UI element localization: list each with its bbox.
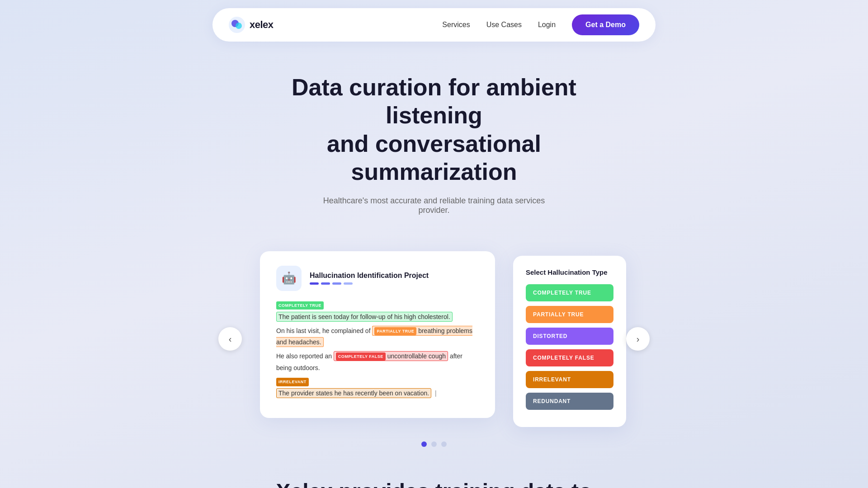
sentence-row-2: On his last visit, he complained of PART… <box>276 325 479 348</box>
sentence-pre-3: He also reported an <box>276 352 334 360</box>
hallucination-option-distorted[interactable]: DISTORTED <box>526 328 613 345</box>
nav-use-cases[interactable]: Use Cases <box>486 21 522 29</box>
nav-services[interactable]: Services <box>442 21 470 29</box>
navbar: xelex Services Use Cases Login Get a Dem… <box>0 0 868 42</box>
hero-section: Data curation for ambient listening and … <box>0 42 868 233</box>
card-tab-1 <box>310 282 319 285</box>
carousel-dots <box>0 441 868 447</box>
get-demo-button[interactable]: Get a Demo <box>572 14 639 35</box>
badge-pt-2: PARTIALLY TRUE <box>374 327 416 335</box>
hallucination-option-irrelevant[interactable]: IRRELEVANT <box>526 371 613 388</box>
sentence-pre-2: On his last visit, he complained of <box>276 327 372 334</box>
carousel-dot-3[interactable] <box>441 441 447 447</box>
sentence-text-1: The patient is seen today for follow-up … <box>276 312 453 322</box>
sentence-row-4: IRRELEVANT The provider states he has re… <box>276 376 479 399</box>
badge-cf-3: COMPLETELY FALSE <box>336 352 386 361</box>
card-title: Hallucination Identification Project <box>310 272 429 280</box>
card-tab-3 <box>332 282 341 285</box>
card-tab-4 <box>344 282 353 285</box>
badge-ct-1: COMPLETELY TRUE <box>276 301 324 310</box>
logo-text: xelex <box>250 19 274 31</box>
carousel-dot-2[interactable] <box>431 441 437 447</box>
nav-login[interactable]: Login <box>538 21 556 29</box>
demo-card: 🤖 Hallucination Identification Project C… <box>260 251 495 418</box>
hero-heading: Data curation for ambient listening and … <box>258 73 610 186</box>
hallucination-panel-title: Select Hallucination Type <box>526 268 613 276</box>
card-panel-row: 🤖 Hallucination Identification Project C… <box>242 251 626 427</box>
sentence-text-4: The provider states he has recently been… <box>276 388 431 398</box>
hallucination-option-redundant[interactable]: REDUNDANT <box>526 393 613 410</box>
sentence-row-3: He also reported an COMPLETELY FALSE unc… <box>276 351 479 373</box>
sentence-row-1: COMPLETELY TRUE The patient is seen toda… <box>276 300 479 323</box>
svg-point-2 <box>236 23 242 29</box>
hallucination-option-completely-false[interactable]: COMPLETELY FALSE <box>526 349 613 366</box>
ai-icon: 🤖 <box>282 271 296 285</box>
carousel-dot-1[interactable] <box>421 441 427 447</box>
carousel-next-button[interactable]: › <box>626 327 650 351</box>
carousel: ‹ 🤖 Hallucination Identification Project <box>163 251 705 427</box>
hero-subtext: Healthcare's most accurate and reliable … <box>307 196 561 215</box>
bottom-section: Xelex provides training data to technolo… <box>0 447 868 488</box>
card-icon: 🤖 <box>276 266 302 291</box>
nav-links: Services Use Cases Login Get a Demo <box>442 14 639 35</box>
annotation-area: COMPLETELY TRUE The patient is seen toda… <box>276 300 479 399</box>
logo-icon <box>229 17 245 33</box>
cursor-indicator: | <box>435 389 437 397</box>
card-tabs <box>310 282 429 285</box>
logo-area: xelex <box>229 17 424 33</box>
bottom-heading: Xelex provides training data to technolo… <box>276 479 592 488</box>
sentence-highlighted-3: COMPLETELY FALSE uncontrollable cough <box>334 351 448 361</box>
card-tab-2 <box>321 282 330 285</box>
badge-ir-4: IRRELEVANT <box>276 378 309 386</box>
card-title-area: Hallucination Identification Project <box>310 272 429 285</box>
hallucination-panel: Select Hallucination Type COMPLETELY TRU… <box>513 256 626 427</box>
hallucination-option-completely-true[interactable]: COMPLETELY TRUE <box>526 284 613 301</box>
card-header: 🤖 Hallucination Identification Project <box>276 266 479 291</box>
carousel-prev-button[interactable]: ‹ <box>218 327 242 351</box>
hallucination-option-partially-true[interactable]: PARTIALLY TRUE <box>526 306 613 323</box>
